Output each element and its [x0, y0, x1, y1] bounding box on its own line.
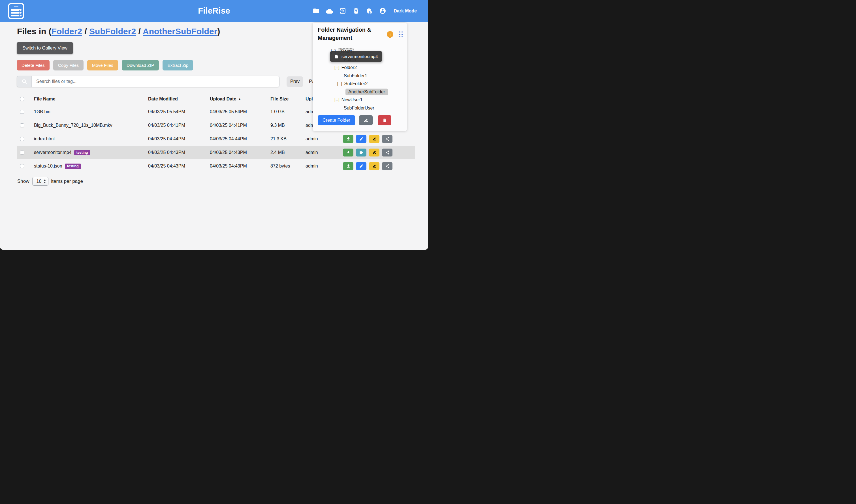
filerise-app: FileRise Dark Mode Files in (Folder2 / S… [0, 0, 428, 250]
search-row: Prev Page [17, 76, 320, 87]
share-button[interactable] [382, 148, 392, 157]
tree-item-anothersubfolder[interactable]: AnotherSubFolder [317, 88, 402, 96]
prev-page-button[interactable]: Prev [286, 76, 303, 87]
breadcrumb-link-folder2[interactable]: Folder2 [52, 26, 82, 36]
breadcrumb-link-subfolder2[interactable]: SubFolder2 [89, 26, 136, 36]
select-all-checkbox[interactable] [20, 97, 24, 101]
account-icon[interactable] [379, 7, 386, 15]
row-checkbox[interactable] [20, 137, 24, 141]
row-checkbox[interactable] [20, 164, 24, 168]
breadcrumb-link-anothersubfolder[interactable]: AnotherSubFolder [143, 26, 217, 36]
tag-badge: testing [65, 164, 81, 169]
rename-button[interactable] [369, 135, 380, 143]
dark-mode-toggle[interactable]: Dark Mode [394, 8, 417, 14]
delete-folder-button[interactable] [378, 115, 391, 125]
row-checkbox[interactable] [20, 150, 24, 155]
file-name[interactable]: 1GB.bin [34, 109, 148, 114]
download-zip-button[interactable]: Download ZIP [122, 60, 159, 70]
items-per-page-label: items per page [51, 179, 83, 184]
search-group [17, 76, 279, 87]
column-date-modified[interactable]: Date Modified [148, 96, 210, 102]
folder-navigation-panel: Folder Navigation & Management i [–](Roo… [313, 23, 407, 131]
filerise-logo-icon[interactable] [8, 3, 24, 19]
table-row: status-10.jsontesting 04/03/25 04:43PM 0… [17, 159, 415, 173]
share-button[interactable] [382, 162, 392, 170]
search-icon [17, 76, 31, 87]
items-per-page-control: Show 10 items per page [17, 177, 83, 186]
switch-gallery-view-button[interactable]: Switch to Gallery View [17, 42, 73, 54]
folder-panel-title: Folder Navigation & Management [318, 26, 381, 42]
info-icon[interactable]: i [387, 31, 393, 38]
rename-folder-button[interactable] [359, 115, 373, 125]
download-button[interactable] [343, 162, 353, 170]
select-arrows-icon [43, 179, 46, 183]
app-header: FileRise Dark Mode [0, 0, 428, 22]
tag-badge: testing [74, 150, 90, 155]
tree-item-subfolderuser[interactable]: SubFolderUser [317, 104, 402, 112]
folder-icon[interactable] [312, 7, 320, 15]
column-file-name[interactable]: File Name [34, 96, 148, 102]
column-file-size[interactable]: File Size [270, 96, 305, 102]
restore-trash-icon[interactable] [352, 7, 360, 15]
copy-files-button[interactable]: Copy Files [53, 60, 84, 70]
rename-icon [364, 118, 368, 123]
header-actions: Dark Mode [312, 7, 417, 15]
file-name[interactable]: index.html [34, 137, 148, 142]
rename-button[interactable] [369, 162, 380, 170]
drop-target: (Root) [338, 48, 354, 55]
folder-tree: [–](Root) Folder1 [–]Folder2 SubFolder1 … [313, 45, 407, 112]
edit-button[interactable] [356, 162, 366, 170]
drag-handle-icon[interactable] [399, 31, 403, 37]
table-row: index.html 04/03/25 04:44PM 04/03/25 04:… [17, 132, 415, 146]
row-checkbox[interactable] [20, 123, 24, 127]
app-title: FileRise [198, 6, 230, 16]
search-input[interactable] [31, 76, 279, 87]
delete-files-button[interactable]: Delete Files [17, 60, 50, 70]
create-folder-button[interactable]: Create Folder [318, 115, 355, 125]
move-files-button[interactable]: Move Files [87, 60, 118, 70]
sort-ascending-icon: ▲ [238, 97, 241, 101]
tree-item-folder1[interactable]: Folder1 [317, 56, 402, 64]
folder-panel-buttons: Create Folder [318, 115, 391, 125]
share-button[interactable] [382, 135, 392, 143]
per-page-select[interactable]: 10 [32, 177, 48, 186]
tree-item-subfolder1[interactable]: SubFolder1 [317, 72, 402, 80]
file-name[interactable]: status-10.json [34, 164, 62, 169]
row-checkbox[interactable] [20, 110, 24, 114]
trash-icon [382, 118, 387, 123]
tree-item-root[interactable]: [–](Root) [317, 48, 402, 56]
file-name[interactable]: servermonitor.mp4 [34, 150, 72, 155]
download-button[interactable] [343, 135, 353, 143]
file-name[interactable]: Big_Buck_Bunny_720_10s_10MB.mkv [34, 123, 148, 128]
preview-video-button[interactable] [356, 148, 366, 157]
breadcrumb: Files in (Folder2 / SubFolder2 / Another… [17, 26, 220, 36]
admin-shield-icon[interactable] [366, 7, 373, 15]
rename-button[interactable] [369, 148, 380, 157]
download-button[interactable] [343, 148, 353, 157]
show-label: Show [17, 179, 30, 184]
tree-item-subfolder2[interactable]: [–]SubFolder2 [317, 80, 402, 88]
extract-zip-button[interactable]: Extract Zip [162, 60, 193, 70]
cloud-upload-icon[interactable] [326, 7, 333, 15]
tree-item-folder2[interactable]: [–]Folder2 [317, 64, 402, 72]
table-row-selected: servermonitor.mp4testing 04/03/25 04:43P… [17, 146, 415, 159]
column-upload-date[interactable]: Upload Date▲ [210, 96, 270, 102]
tree-item-newuser1[interactable]: [–]NewUser1 [317, 96, 402, 104]
file-actions-toolbar: Delete Files Copy Files Move Files Downl… [17, 60, 193, 70]
edit-button[interactable] [356, 135, 366, 143]
folder-panel-header: Folder Navigation & Management i [313, 23, 407, 45]
sign-in-icon[interactable] [339, 7, 346, 15]
